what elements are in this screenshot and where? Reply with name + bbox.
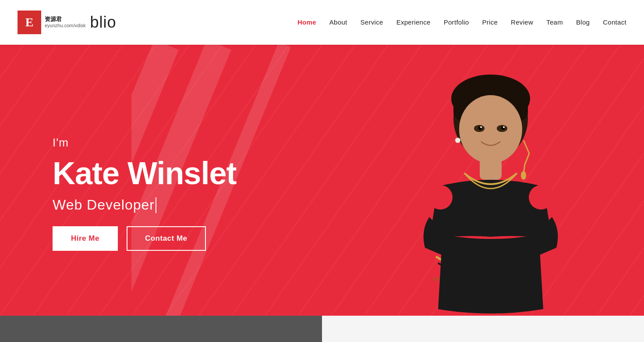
navbar: E 资源君 eyunzhu.com/vdisk blio Home About … [0, 0, 644, 45]
nav-item-blog[interactable]: Blog [576, 18, 590, 26]
nav-link-portfolio[interactable]: Portfolio [444, 18, 469, 26]
nav-item-experience[interactable]: Experience [396, 18, 431, 26]
bottom-left-panel [0, 316, 322, 342]
nav-item-service[interactable]: Service [361, 18, 383, 26]
hero-title-wrap: Web Developer [53, 197, 236, 213]
nav-links: Home About Service Experience Portfolio … [297, 18, 626, 26]
nav-item-review[interactable]: Review [511, 18, 533, 26]
nav-link-team[interactable]: Team [546, 18, 563, 26]
hire-me-button[interactable]: Hire Me [53, 226, 118, 251]
svg-point-13 [521, 171, 526, 180]
hero-title-text: Web Developer [53, 197, 155, 213]
nav-item-price[interactable]: Price [482, 18, 498, 26]
svg-point-14 [455, 138, 460, 143]
hero-person-image-area: Kate [337, 45, 644, 342]
svg-point-19 [480, 126, 482, 128]
logo-site-name: blio [90, 13, 117, 32]
logo-cn-name: 资源君 [45, 16, 86, 23]
logo[interactable]: E 资源君 eyunzhu.com/vdisk blio [18, 11, 117, 34]
nav-link-contact[interactable]: Contact [603, 18, 626, 26]
hero-name: Kate Winslet [53, 157, 236, 189]
svg-point-23 [529, 185, 553, 210]
svg-point-20 [503, 126, 505, 128]
hero-im-label: I'm [53, 136, 236, 150]
contact-me-button[interactable]: Contact Me [127, 226, 206, 251]
nav-link-price[interactable]: Price [482, 18, 498, 26]
logo-url: eyunzhu.com/vdisk [45, 23, 86, 28]
nav-link-service[interactable]: Service [361, 18, 383, 26]
svg-rect-7 [480, 158, 502, 180]
nav-link-blog[interactable]: Blog [576, 18, 590, 26]
nav-item-team[interactable]: Team [546, 18, 563, 26]
hero-person-svg: Kate [368, 72, 613, 342]
hero-cursor-blink [156, 197, 156, 213]
logo-text-block: 资源君 eyunzhu.com/vdisk [45, 16, 86, 28]
logo-e-letter: E [25, 15, 34, 29]
nav-item-contact[interactable]: Contact [603, 18, 626, 26]
nav-link-about[interactable]: About [329, 18, 347, 26]
logo-badge: E [18, 11, 41, 34]
nav-link-review[interactable]: Review [511, 18, 533, 26]
svg-point-22 [428, 185, 453, 210]
nav-item-about[interactable]: About [329, 18, 347, 26]
svg-point-6 [459, 95, 522, 164]
nav-link-experience[interactable]: Experience [396, 18, 431, 26]
nav-item-portfolio[interactable]: Portfolio [444, 18, 469, 26]
hero-buttons: Hire Me Contact Me [53, 226, 236, 251]
hero-content: I'm Kate Winslet Web Developer Hire Me C… [0, 136, 236, 251]
nav-link-home[interactable]: Home [297, 18, 316, 26]
hero-section: I'm Kate Winslet Web Developer Hire Me C… [0, 0, 644, 342]
nav-item-home[interactable]: Home [297, 18, 316, 26]
